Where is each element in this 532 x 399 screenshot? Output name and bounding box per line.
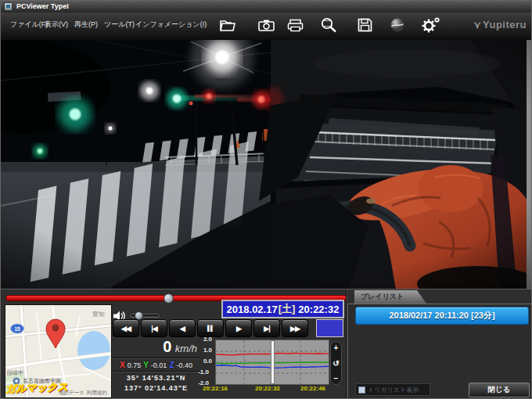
title-bar: PCViewer TypeI: [1, 1, 532, 13]
graph-zoom-controls: + ↺ −: [330, 341, 342, 385]
longitude-value: 137° 02'14.43"E: [112, 384, 200, 392]
google-earth-icon[interactable]: [387, 16, 408, 34]
map-panel[interactable]: 15 愛知 段味中 名古屋国際学園 地図データ 利用規約 ガルマックス: [5, 304, 112, 398]
map-label-area: 段味中: [7, 369, 23, 377]
close-button[interactable]: 閉じる: [469, 383, 530, 397]
telemetry-block: 0 km/h X0.75 Y-0.01 Z-0.40 35° 14'53.21"…: [112, 338, 200, 397]
g-sensor-values: X0.75 Y-0.01 Z-0.40: [112, 361, 200, 369]
pcviewer-window: PCViewer TypeI ファイル(F) 表示(V) 再生(P) ツール(T…: [0, 0, 532, 399]
ytick: -1.0: [193, 368, 209, 376]
pause-button[interactable]: ▌▌: [197, 319, 224, 337]
ytick: 0.0: [196, 358, 212, 365]
ytick: 1.0: [196, 347, 212, 354]
seek-thumb[interactable]: [164, 293, 174, 304]
video-canvas: [1, 40, 532, 289]
app-icon: [4, 2, 13, 11]
ytick: 2.0: [196, 336, 212, 343]
control-panel: 15 愛知 段味中 名古屋国際学園 地図データ 利用規約 ガルマックス 2: [1, 289, 532, 399]
xtick-start: 20:22:16: [203, 385, 228, 392]
weekday-text: [土]: [279, 302, 296, 316]
speed-value: 0: [163, 338, 171, 355]
graph-zoom-out-button[interactable]: −: [334, 374, 339, 383]
route-number: 15: [14, 326, 20, 332]
blue-status-button[interactable]: [316, 319, 343, 337]
trigger-list-checkbox[interactable]: [358, 386, 365, 394]
save-icon[interactable]: [354, 16, 375, 34]
graph-reset-button[interactable]: ↺: [332, 359, 339, 368]
trigger-list-button[interactable]: トリガリスト表示: [355, 383, 430, 396]
rewind-button[interactable]: ◀◀: [113, 319, 139, 337]
menu-bar: ファイル(F) 表示(V) 再生(P) ツール(T) インフォメーション(I) …: [1, 13, 532, 41]
play-button[interactable]: ▶: [225, 319, 252, 337]
print-icon[interactable]: [285, 16, 305, 34]
settings-gear-icon[interactable]: [420, 16, 440, 34]
playlist-panel: 2018/02/17 20:11:20 [23分] トリガリスト表示 閉じる: [347, 304, 532, 399]
latitude-value: 35° 14'53.21"N: [112, 374, 200, 382]
menu-information[interactable]: インフォメーション(I): [135, 20, 207, 30]
next-file-button[interactable]: ▶|: [253, 319, 280, 337]
open-folder-icon[interactable]: [217, 16, 238, 34]
menu-view[interactable]: 表示(V): [45, 20, 68, 30]
speed-unit: km/h: [175, 343, 197, 354]
map-label-prefecture: 愛知: [92, 310, 105, 318]
step-back-button[interactable]: ◀: [169, 319, 196, 337]
menu-file[interactable]: ファイル(F): [10, 20, 48, 30]
watermark-logo: ガルマックス: [5, 380, 68, 397]
map-terms-link[interactable]: 利用規約: [87, 390, 107, 397]
volume-slider[interactable]: [130, 314, 160, 318]
playlist-tab[interactable]: プレイリスト: [354, 290, 426, 304]
dashcam-scene: [1, 40, 532, 289]
graph-cursor[interactable]: [271, 340, 275, 384]
datetime-display: 2018.02.17[土] 20:22:32: [221, 300, 344, 318]
window-title: PCViewer TypeI: [16, 2, 69, 12]
film-zoom-icon[interactable]: [318, 16, 339, 34]
g-sensor-graph: [215, 340, 329, 385]
xtick-end: 20:22:46: [300, 385, 325, 392]
time-text: 20:22:32: [298, 304, 339, 315]
menu-playback[interactable]: 再生(P): [74, 20, 98, 30]
camera-capture-icon[interactable]: [256, 16, 276, 34]
yupiteru-mark-icon: ⋎: [474, 20, 481, 31]
playlist-item-selected[interactable]: 2018/02/17 20:11:20 [23分]: [355, 307, 529, 325]
date-text: 2018.02.17: [227, 304, 278, 315]
graph-zoom-in-button[interactable]: +: [334, 343, 339, 352]
menu-tools[interactable]: ツール(T): [104, 20, 135, 30]
yupiteru-logo: ⋎Yupiteru: [474, 19, 527, 31]
fast-forward-button[interactable]: ▶▶: [282, 319, 308, 337]
prev-file-button[interactable]: |◀: [141, 319, 167, 337]
xtick-cursor: 20:22:32: [255, 385, 280, 392]
